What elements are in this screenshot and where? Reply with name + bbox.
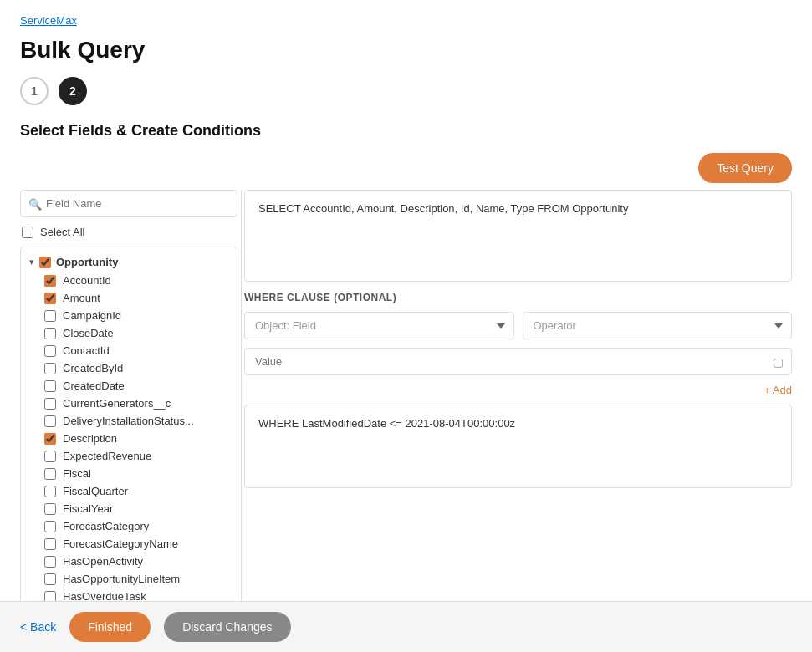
step-1: 1 (20, 77, 49, 105)
field-row-hasopportunitylineitem: HasOpportunityLineItem (21, 570, 237, 588)
where-clause-section: WHERE CLAUSE (OPTIONAL) Object: Field Op… (244, 292, 792, 488)
field-checkbox-expectedrevenue[interactable] (44, 451, 56, 462)
query-display-box: SELECT AccountId, Amount, Description, I… (244, 190, 792, 282)
field-row-currentgenerators: CurrentGenerators__c (21, 395, 237, 412)
field-label-forecastcategoryname: ForecastCategoryName (63, 537, 178, 550)
where-clause-label: WHERE CLAUSE (OPTIONAL) (244, 292, 792, 303)
field-checkbox-forecastcategoryname[interactable] (44, 538, 56, 550)
vertical-divider (237, 190, 244, 652)
field-checkbox-fiscalyear[interactable] (44, 503, 56, 515)
chevron-down-icon: ▾ (29, 257, 34, 267)
field-label-hasopportunitylineitem: HasOpportunityLineItem (63, 573, 180, 585)
field-checkbox-deliveryinstallation[interactable] (44, 415, 56, 427)
field-label-createdbyid: CreatedById (63, 362, 123, 374)
select-all-checkbox[interactable] (22, 227, 33, 238)
field-row-hasopenactivity: HasOpenActivity (21, 553, 237, 570)
field-list-container[interactable]: ▾ Opportunity AccountId Amount CampaignI… (20, 247, 237, 652)
finished-button[interactable]: Finished (69, 612, 151, 642)
field-row-forecastcategoryname: ForecastCategoryName (21, 535, 237, 553)
field-checkbox-amount[interactable] (44, 293, 56, 304)
select-all-label: Select All (40, 226, 84, 238)
field-checkbox-createddate[interactable] (44, 380, 56, 392)
where-result-box: WHERE LastModifiedDate <= 2021-08-04T00:… (244, 405, 792, 488)
breadcrumb-link[interactable]: ServiceMax (20, 14, 77, 27)
value-row: ▢ (244, 348, 792, 375)
field-row-accountid: AccountId (21, 272, 237, 289)
step-2: 2 (59, 77, 87, 105)
search-icon: 🔍 (28, 197, 42, 210)
field-row-expectedrevenue: ExpectedRevenue (21, 447, 237, 465)
field-label-fiscalyear: FiscalYear (63, 502, 113, 515)
field-label-accountid: AccountId (63, 274, 111, 287)
right-panel: SELECT AccountId, Amount, Description, I… (244, 190, 792, 652)
bottom-bar: < Back Finished Discard Changes (0, 601, 812, 652)
field-name-search-input[interactable] (20, 190, 237, 217)
field-label-campaignid: CampaignId (63, 309, 121, 322)
field-row-createddate: CreatedDate (21, 377, 237, 395)
field-checkbox-accountid[interactable] (44, 275, 56, 287)
value-input[interactable] (244, 348, 792, 375)
test-query-button[interactable]: Test Query (698, 153, 792, 183)
field-row-campaignid: CampaignId (21, 307, 237, 324)
field-label-deliveryinstallation: DeliveryInstallationStatus... (63, 415, 194, 427)
field-label-hasopenactivity: HasOpenActivity (63, 555, 143, 568)
field-checkbox-createdbyid[interactable] (44, 363, 56, 374)
where-result-text: WHERE LastModifiedDate <= 2021-08-04T00:… (258, 417, 515, 430)
field-row-contactid: ContactId (21, 342, 237, 359)
operator-dropdown[interactable]: Operator (523, 312, 793, 339)
object-row[interactable]: ▾ Opportunity (21, 252, 237, 272)
field-checkbox-currentgenerators[interactable] (44, 398, 56, 410)
field-checkbox-description[interactable] (44, 433, 56, 445)
field-checkbox-hasopportunitylineitem[interactable] (44, 573, 56, 585)
page-title: Bulk Query (20, 37, 792, 64)
field-label-fiscalquarter: FiscalQuarter (63, 485, 128, 497)
field-checkbox-forecastcategory[interactable] (44, 521, 56, 532)
field-label-closedate: CloseDate (63, 327, 114, 339)
field-row-fiscal: Fiscal (21, 465, 237, 482)
field-row-amount: Amount (21, 289, 237, 307)
field-row-description: Description (21, 430, 237, 447)
field-checkbox-fiscalquarter[interactable] (44, 486, 56, 497)
back-button[interactable]: < Back (20, 620, 56, 634)
field-label-forecastcategory: ForecastCategory (63, 520, 149, 532)
field-label-description: Description (63, 432, 117, 445)
field-label-currentgenerators: CurrentGenerators__c (63, 397, 171, 410)
add-condition-button[interactable]: + Add (763, 384, 792, 396)
select-all-row: Select All (20, 226, 237, 238)
query-text: SELECT AccountId, Amount, Description, I… (258, 202, 628, 215)
field-label-createddate: CreatedDate (63, 379, 125, 392)
field-label-contactid: ContactId (63, 344, 110, 357)
field-checkbox-hasopenactivity[interactable] (44, 556, 56, 568)
field-label-expectedrevenue: ExpectedRevenue (63, 450, 151, 462)
field-row-createdbyid: CreatedById (21, 359, 237, 377)
opportunity-checkbox[interactable] (39, 257, 51, 268)
object-field-dropdown[interactable]: Object: Field (244, 312, 514, 339)
section-title: Select Fields & Create Conditions (20, 122, 792, 140)
field-row-fiscalyear: FiscalYear (21, 500, 237, 517)
add-row: + Add (244, 384, 792, 396)
field-checkbox-fiscal[interactable] (44, 468, 56, 480)
field-row-closedate: CloseDate (21, 324, 237, 342)
object-label: Opportunity (56, 256, 118, 268)
field-checkbox-campaignid[interactable] (44, 310, 56, 322)
field-label-amount: Amount (63, 292, 100, 304)
field-row-fiscalquarter: FiscalQuarter (21, 482, 237, 500)
steps-container: 1 2 (20, 77, 792, 105)
value-icon: ▢ (773, 355, 784, 369)
where-clause-dropdowns-row: Object: Field Operator (244, 312, 792, 339)
search-box-container: 🔍 (20, 190, 237, 217)
field-row-forecastcategory: ForecastCategory (21, 517, 237, 535)
field-checkbox-contactid[interactable] (44, 345, 56, 357)
field-row-deliveryinstallation: DeliveryInstallationStatus... (21, 412, 237, 430)
field-checkbox-closedate[interactable] (44, 328, 56, 339)
field-label-fiscal: Fiscal (63, 467, 91, 480)
discard-changes-button[interactable]: Discard Changes (164, 612, 290, 642)
left-panel: 🔍 Select All ▾ Opportunity AccountId (20, 190, 237, 652)
